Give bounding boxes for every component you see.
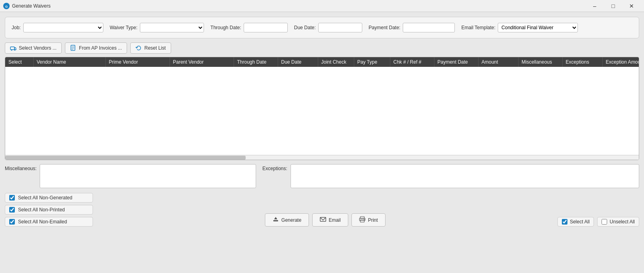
job-select[interactable] <box>23 23 103 32</box>
select-vendors-button[interactable]: Select Vendors ... <box>5 42 62 54</box>
miscellaneous-textarea[interactable] <box>40 164 256 188</box>
toolbar: Select Vendors ... From AP Invoices ... <box>5 42 639 54</box>
payment-date-filter-group: Payment Date: <box>369 23 455 32</box>
waiver-type-select[interactable] <box>140 23 204 32</box>
payment-date-label: Payment Date: <box>369 25 400 30</box>
generate-button[interactable]: Generate <box>265 213 309 227</box>
close-button[interactable]: ✕ <box>622 0 641 12</box>
left-checkboxes-group: Select All Non-Generated Select All Non-… <box>5 193 93 227</box>
payment-date-input[interactable] <box>403 23 455 32</box>
select-non-emailed-row: Select All Non-Emailed <box>5 217 93 227</box>
horizontal-scrollbar[interactable] <box>5 155 639 160</box>
job-label: Job: <box>12 25 21 30</box>
due-date-input[interactable] <box>318 23 362 32</box>
unselect-all-label: Unselect All <box>610 219 635 225</box>
from-ap-invoices-button[interactable]: From AP Invoices ... <box>65 42 127 54</box>
svg-point-3 <box>11 50 12 51</box>
col-select: Select <box>5 57 33 67</box>
svg-point-4 <box>14 50 16 51</box>
email-icon <box>320 216 326 224</box>
generate-icon <box>273 216 279 224</box>
print-icon <box>359 216 365 224</box>
col-exception-amount: Exception Amount <box>602 57 639 67</box>
miscellaneous-field-group: Miscellaneous: <box>5 164 256 188</box>
app-icon: G <box>3 3 10 9</box>
col-pay-type: Pay Type <box>354 57 390 67</box>
bottom-controls: Select All Non-Generated Select All Non-… <box>5 193 639 227</box>
email-template-filter-group: Email Template: Conditional Final Waiver <box>461 23 578 32</box>
reset-list-button[interactable]: Reset List <box>130 42 171 54</box>
right-checkboxes-group: Select All Unselect All <box>557 217 639 227</box>
from-ap-invoices-label: From AP Invoices ... <box>79 45 122 51</box>
miscellaneous-label: Miscellaneous: <box>5 164 36 171</box>
svg-text:G: G <box>5 5 8 8</box>
select-non-emailed-checkbox[interactable] <box>9 219 15 225</box>
waiver-type-label: Waiver Type: <box>110 25 137 30</box>
col-payment-date: Payment Date <box>434 57 478 67</box>
select-all-label: Select All <box>570 219 589 225</box>
document-icon <box>70 45 77 51</box>
select-non-printed-checkbox[interactable] <box>9 207 15 213</box>
print-button[interactable]: Print <box>351 213 386 227</box>
select-all-row: Select All <box>557 217 594 227</box>
select-non-emailed-label: Select All Non-Emailed <box>18 219 67 225</box>
col-miscellaneous: Miscellaneous <box>518 57 562 67</box>
select-non-generated-row: Select All Non-Generated <box>5 193 93 203</box>
title-bar: G Generate Waivers – □ ✕ <box>0 0 644 12</box>
col-exceptions: Exceptions <box>562 57 602 67</box>
svg-rect-13 <box>360 220 364 222</box>
col-prime-vendor: Prime Vendor <box>105 57 170 67</box>
empty-row <box>5 67 639 155</box>
select-all-checkbox[interactable] <box>562 219 567 225</box>
col-joint-check: Joint Check <box>318 57 354 67</box>
truck-icon <box>10 45 16 51</box>
bottom-fields-section: Miscellaneous: Exceptions: <box>5 164 639 188</box>
exceptions-label: Exceptions: <box>262 164 287 171</box>
reset-icon <box>135 45 142 51</box>
filter-panel: Job: Waiver Type: Through Date: Due Date… <box>5 17 639 38</box>
window-controls: – □ ✕ <box>585 0 641 12</box>
exceptions-textarea[interactable] <box>291 164 639 188</box>
email-template-select[interactable]: Conditional Final Waiver <box>498 23 578 32</box>
col-vendor-name: Vendor Name <box>33 57 105 67</box>
through-date-input[interactable] <box>244 23 288 32</box>
col-due-date: Due Date <box>278 57 318 67</box>
reset-list-label: Reset List <box>144 45 166 51</box>
select-non-generated-label: Select All Non-Generated <box>18 195 72 201</box>
minimize-button[interactable]: – <box>585 0 604 12</box>
waiver-type-filter-group: Waiver Type: <box>110 23 204 32</box>
generate-label: Generate <box>281 217 301 223</box>
select-non-printed-label: Select All Non-Printed <box>18 207 65 213</box>
vendors-table: Select Vendor Name Prime Vendor Parent V… <box>5 57 639 155</box>
select-non-generated-checkbox[interactable] <box>9 195 15 201</box>
unselect-all-checkbox[interactable] <box>602 219 607 225</box>
action-buttons-group: Generate Email <box>265 213 386 227</box>
window-title: Generate Waivers <box>12 3 50 9</box>
data-table-container: Select Vendor Name Prime Vendor Parent V… <box>5 57 639 160</box>
col-amount: Amount <box>478 57 518 67</box>
col-chk-ref: Chk # / Ref # <box>390 57 434 67</box>
due-date-label: Due Date: <box>294 25 316 30</box>
select-non-printed-row: Select All Non-Printed <box>5 205 93 215</box>
through-date-label: Through Date: <box>210 25 241 30</box>
select-vendors-label: Select Vendors ... <box>19 45 57 51</box>
maximize-button[interactable]: □ <box>604 0 622 12</box>
unselect-all-row: Unselect All <box>597 217 639 227</box>
col-through-date: Through Date <box>234 57 278 67</box>
svg-point-15 <box>364 219 365 220</box>
job-filter-group: Job: <box>12 23 103 32</box>
email-label: Email <box>329 217 341 223</box>
main-content: Job: Waiver Type: Through Date: Due Date… <box>0 12 644 273</box>
through-date-filter-group: Through Date: <box>210 23 288 32</box>
due-date-filter-group: Due Date: <box>294 23 362 32</box>
email-button[interactable]: Email <box>312 213 348 227</box>
email-template-label: Email Template: <box>461 25 495 30</box>
svg-marker-10 <box>274 217 277 219</box>
scrollbar-thumb <box>5 156 246 160</box>
svg-rect-2 <box>10 47 14 50</box>
exceptions-field-group: Exceptions: <box>262 164 639 188</box>
print-label: Print <box>368 217 378 223</box>
svg-rect-9 <box>273 220 278 221</box>
col-parent-vendor: Parent Vendor <box>170 57 234 67</box>
